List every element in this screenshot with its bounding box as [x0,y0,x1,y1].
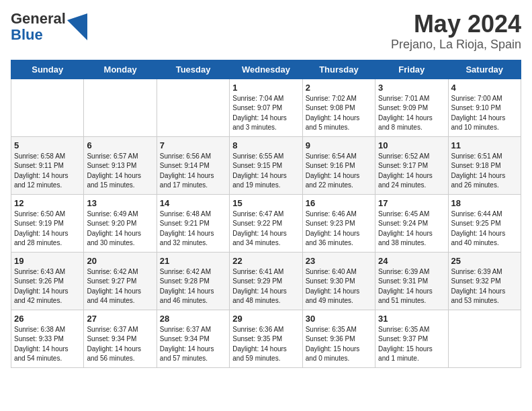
calendar-cell: 28Sunrise: 6:37 AMSunset: 9:34 PMDayligh… [157,310,229,367]
day-info: Sunrise: 7:02 AMSunset: 9:08 PMDaylight:… [306,94,372,133]
col-header-thursday: Thursday [302,60,375,79]
calendar-table: SundayMondayTuesdayWednesdayThursdayFrid… [11,60,521,368]
day-info: Sunrise: 6:40 AMSunset: 9:30 PMDaylight:… [306,267,372,306]
calendar-cell: 12Sunrise: 6:50 AMSunset: 9:19 PMDayligh… [11,194,84,252]
day-number: 6 [87,140,153,150]
day-info: Sunrise: 6:44 AMSunset: 9:25 PMDaylight:… [451,210,518,248]
svg-marker-0 [67,13,87,40]
day-info: Sunrise: 6:57 AMSunset: 9:13 PMDaylight:… [87,152,153,191]
calendar-cell [84,79,157,136]
week-row-4: 19Sunrise: 6:43 AMSunset: 9:26 PMDayligh… [11,252,521,310]
day-info: Sunrise: 6:50 AMSunset: 9:19 PMDaylight:… [14,210,81,248]
calendar-cell: 22Sunrise: 6:41 AMSunset: 9:29 PMDayligh… [230,252,302,310]
day-info: Sunrise: 6:37 AMSunset: 9:34 PMDaylight:… [87,325,153,364]
day-info: Sunrise: 6:52 AMSunset: 9:17 PMDaylight:… [378,152,445,191]
day-number: 10 [378,140,445,150]
calendar-cell: 11Sunrise: 6:51 AMSunset: 9:18 PMDayligh… [448,136,521,194]
calendar-cell: 30Sunrise: 6:35 AMSunset: 9:36 PMDayligh… [302,310,375,367]
day-info: Sunrise: 6:41 AMSunset: 9:29 PMDaylight:… [232,267,299,306]
day-number: 24 [378,256,445,266]
day-info: Sunrise: 6:42 AMSunset: 9:28 PMDaylight:… [160,267,226,306]
calendar-cell: 24Sunrise: 6:39 AMSunset: 9:31 PMDayligh… [375,252,448,310]
calendar-cell: 23Sunrise: 6:40 AMSunset: 9:30 PMDayligh… [302,252,375,310]
day-number: 25 [451,256,518,266]
calendar-cell: 6Sunrise: 6:57 AMSunset: 9:13 PMDaylight… [84,136,157,194]
day-number: 31 [378,314,445,324]
day-number: 18 [451,198,518,208]
week-row-5: 26Sunrise: 6:38 AMSunset: 9:33 PMDayligh… [11,310,521,367]
week-row-3: 12Sunrise: 6:50 AMSunset: 9:19 PMDayligh… [11,194,521,252]
col-header-wednesday: Wednesday [230,60,302,79]
day-info: Sunrise: 6:48 AMSunset: 9:21 PMDaylight:… [160,210,226,248]
day-number: 3 [378,83,445,93]
day-number: 26 [14,314,81,324]
day-info: Sunrise: 7:01 AMSunset: 9:09 PMDaylight:… [378,94,445,133]
calendar-cell: 16Sunrise: 6:46 AMSunset: 9:23 PMDayligh… [302,194,375,252]
day-info: Sunrise: 6:58 AMSunset: 9:11 PMDaylight:… [14,152,81,191]
day-number: 30 [306,314,372,324]
calendar-cell: 13Sunrise: 6:49 AMSunset: 9:20 PMDayligh… [84,194,157,252]
calendar-cell: 20Sunrise: 6:42 AMSunset: 9:27 PMDayligh… [84,252,157,310]
calendar-cell [157,79,229,136]
day-number: 11 [451,140,518,150]
day-info: Sunrise: 6:54 AMSunset: 9:16 PMDaylight:… [306,152,372,191]
day-number: 21 [160,256,226,266]
day-number: 29 [232,314,299,324]
col-header-friday: Friday [375,60,448,79]
day-number: 28 [160,314,226,324]
day-info: Sunrise: 6:39 AMSunset: 9:31 PMDaylight:… [378,267,445,306]
calendar-cell: 5Sunrise: 6:58 AMSunset: 9:11 PMDaylight… [11,136,84,194]
calendar-cell: 21Sunrise: 6:42 AMSunset: 9:28 PMDayligh… [157,252,229,310]
week-row-1: 1Sunrise: 7:04 AMSunset: 9:07 PMDaylight… [11,79,521,136]
calendar-cell: 19Sunrise: 6:43 AMSunset: 9:26 PMDayligh… [11,252,84,310]
day-info: Sunrise: 6:35 AMSunset: 9:37 PMDaylight:… [378,325,445,364]
day-number: 5 [14,140,81,150]
day-number: 1 [232,83,299,93]
day-info: Sunrise: 6:49 AMSunset: 9:20 PMDaylight:… [87,210,153,248]
calendar-cell: 26Sunrise: 6:38 AMSunset: 9:33 PMDayligh… [11,310,84,367]
day-info: Sunrise: 6:38 AMSunset: 9:33 PMDaylight:… [14,325,81,364]
day-number: 4 [451,83,518,93]
logo-icon [67,13,87,40]
day-number: 14 [160,198,226,208]
page-subtitle: Prejano, La Rioja, Spain [391,38,521,52]
col-header-monday: Monday [84,60,157,79]
day-number: 23 [306,256,372,266]
calendar-cell: 10Sunrise: 6:52 AMSunset: 9:17 PMDayligh… [375,136,448,194]
title-block: May 2024 Prejano, La Rioja, Spain [391,11,521,52]
col-header-tuesday: Tuesday [157,60,229,79]
day-info: Sunrise: 6:56 AMSunset: 9:14 PMDaylight:… [160,152,226,191]
calendar-cell: 9Sunrise: 6:54 AMSunset: 9:16 PMDaylight… [302,136,375,194]
day-info: Sunrise: 6:35 AMSunset: 9:36 PMDaylight:… [306,325,372,364]
day-number: 9 [306,140,372,150]
day-number: 17 [378,198,445,208]
day-info: Sunrise: 6:36 AMSunset: 9:35 PMDaylight:… [232,325,299,364]
day-number: 27 [87,314,153,324]
calendar-cell: 18Sunrise: 6:44 AMSunset: 9:25 PMDayligh… [448,194,521,252]
calendar-cell: 2Sunrise: 7:02 AMSunset: 9:08 PMDaylight… [302,79,375,136]
calendar-cell: 31Sunrise: 6:35 AMSunset: 9:37 PMDayligh… [375,310,448,367]
day-info: Sunrise: 6:45 AMSunset: 9:24 PMDaylight:… [378,210,445,248]
calendar-cell: 7Sunrise: 6:56 AMSunset: 9:14 PMDaylight… [157,136,229,194]
calendar-cell: 3Sunrise: 7:01 AMSunset: 9:09 PMDaylight… [375,79,448,136]
calendar-cell [448,310,521,367]
day-number: 16 [306,198,372,208]
page-header: General Blue May 2024 Prejano, La Rioja,… [11,11,521,52]
day-number: 19 [14,256,81,266]
day-number: 20 [87,256,153,266]
calendar-cell: 25Sunrise: 6:39 AMSunset: 9:32 PMDayligh… [448,252,521,310]
day-info: Sunrise: 6:42 AMSunset: 9:27 PMDaylight:… [87,267,153,306]
day-info: Sunrise: 6:55 AMSunset: 9:15 PMDaylight:… [232,152,299,191]
calendar-cell: 17Sunrise: 6:45 AMSunset: 9:24 PMDayligh… [375,194,448,252]
calendar-cell: 14Sunrise: 6:48 AMSunset: 9:21 PMDayligh… [157,194,229,252]
day-info: Sunrise: 6:46 AMSunset: 9:23 PMDaylight:… [306,210,372,248]
logo-blue: Blue [11,26,43,43]
day-info: Sunrise: 6:37 AMSunset: 9:34 PMDaylight:… [160,325,226,364]
day-number: 2 [306,83,372,93]
logo-general: General [11,10,66,27]
calendar-cell: 8Sunrise: 6:55 AMSunset: 9:15 PMDaylight… [230,136,302,194]
calendar-cell: 4Sunrise: 7:00 AMSunset: 9:10 PMDaylight… [448,79,521,136]
day-number: 12 [14,198,81,208]
day-number: 22 [232,256,299,266]
day-number: 8 [232,140,299,150]
